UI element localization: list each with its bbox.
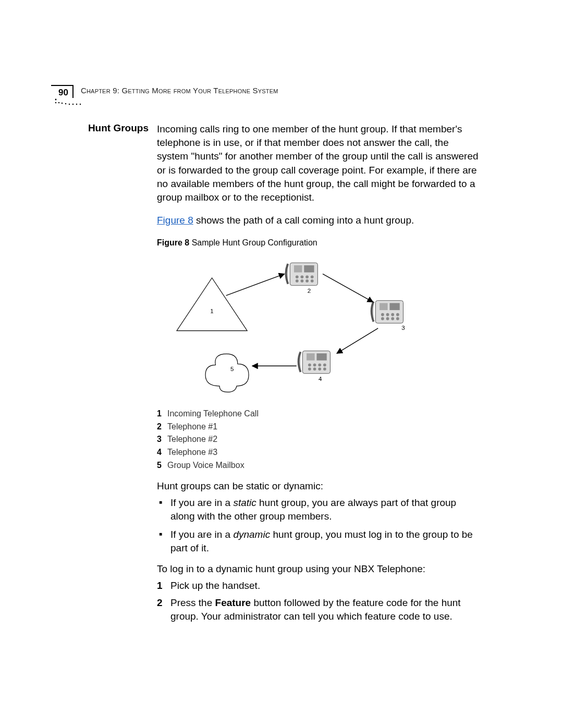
figure-ref-rest: shows the path of a call coming into a h… [193, 215, 414, 226]
svg-point-44 [318, 367, 321, 371]
svg-point-33 [396, 317, 399, 320]
svg-rect-36 [307, 353, 314, 361]
svg-line-50 [337, 328, 378, 353]
svg-text:5: 5 [230, 366, 234, 372]
step-list: 1Pick up the handset. 2Press the Feature… [157, 579, 480, 623]
page-number: 90 [51, 85, 74, 98]
body-para-3: To log in to a dynamic hunt group using … [157, 562, 480, 576]
svg-rect-12 [294, 265, 302, 273]
legend-item: 1Incoming Telephone Call [157, 408, 480, 421]
svg-text:4: 4 [319, 376, 322, 382]
svg-point-41 [323, 363, 326, 366]
svg-point-30 [381, 317, 384, 320]
main-content: Incoming calls ring to one member of the… [157, 122, 480, 627]
svg-line-48 [226, 274, 285, 295]
svg-point-32 [391, 317, 394, 320]
legend-item: 4Telephone #3 [157, 446, 480, 459]
bullet-item: If you are in a dynamic hunt group, you … [157, 528, 480, 554]
svg-rect-13 [304, 265, 314, 273]
svg-point-38 [308, 363, 311, 366]
svg-point-4 [65, 103, 66, 104]
bullet-list: If you are in a static hunt group, you a… [157, 496, 480, 555]
svg-point-21 [311, 279, 314, 282]
svg-point-18 [296, 279, 299, 282]
svg-point-3 [62, 103, 63, 104]
svg-point-7 [76, 104, 77, 105]
svg-point-5 [69, 104, 70, 105]
svg-point-42 [308, 367, 311, 371]
figure-caption: Figure 8 Sample Hunt Group Configuration [157, 237, 480, 249]
legend-item: 3Telephone #2 [157, 433, 480, 446]
chapter-header: Chapter 9: Getting More from Your Teleph… [81, 85, 278, 95]
page-header: 90 Chapter 9: Getting More from Your Tel… [51, 85, 479, 98]
svg-point-0 [55, 99, 57, 101]
svg-point-20 [305, 279, 309, 282]
hunt-group-diagram: 1 2 [157, 253, 431, 399]
svg-point-45 [323, 367, 326, 371]
svg-point-27 [386, 313, 389, 316]
svg-point-39 [313, 363, 316, 366]
svg-marker-9 [177, 278, 247, 330]
svg-line-49 [323, 274, 373, 302]
svg-point-19 [301, 279, 304, 282]
svg-point-6 [72, 104, 74, 105]
svg-rect-25 [389, 303, 399, 310]
svg-point-14 [296, 275, 299, 278]
svg-rect-37 [316, 353, 326, 361]
svg-point-40 [318, 363, 321, 366]
svg-point-15 [301, 275, 304, 278]
figure-ref-link[interactable]: Figure 8 [157, 215, 193, 226]
svg-point-8 [80, 104, 81, 105]
bullet-item: If you are in a static hunt group, you a… [157, 496, 480, 523]
decorative-dots-icon [54, 98, 85, 108]
svg-point-17 [311, 275, 314, 278]
svg-point-43 [313, 367, 316, 371]
svg-point-28 [391, 313, 394, 316]
legend-item: 2Telephone #1 [157, 421, 480, 434]
svg-text:3: 3 [401, 324, 405, 330]
svg-rect-24 [380, 303, 387, 310]
section-title: Hunt Groups [57, 122, 149, 627]
body-para-2: Hunt groups can be static or dynamic: [157, 479, 480, 493]
body-para-1: Incoming calls ring to one member of the… [157, 122, 480, 204]
svg-text:1: 1 [210, 307, 213, 314]
step-item: 1Pick up the handset. [157, 579, 480, 593]
svg-text:2: 2 [308, 288, 311, 294]
svg-point-1 [55, 102, 56, 103]
figure-legend: 1Incoming Telephone Call 2Telephone #1 3… [157, 408, 480, 472]
svg-point-16 [305, 275, 309, 278]
legend-item: 5Group Voice Mailbox [157, 459, 480, 472]
svg-point-2 [58, 102, 59, 103]
svg-point-29 [396, 313, 399, 316]
svg-point-31 [386, 317, 389, 320]
svg-point-26 [381, 313, 384, 316]
figure-label-rest: Sample Hunt Group Configuration [189, 238, 317, 247]
figure-ref-para: Figure 8 shows the path of a call coming… [157, 214, 480, 227]
figure-label-bold: Figure 8 [157, 238, 189, 247]
step-item: 2Press the Feature button followed by th… [157, 596, 480, 623]
